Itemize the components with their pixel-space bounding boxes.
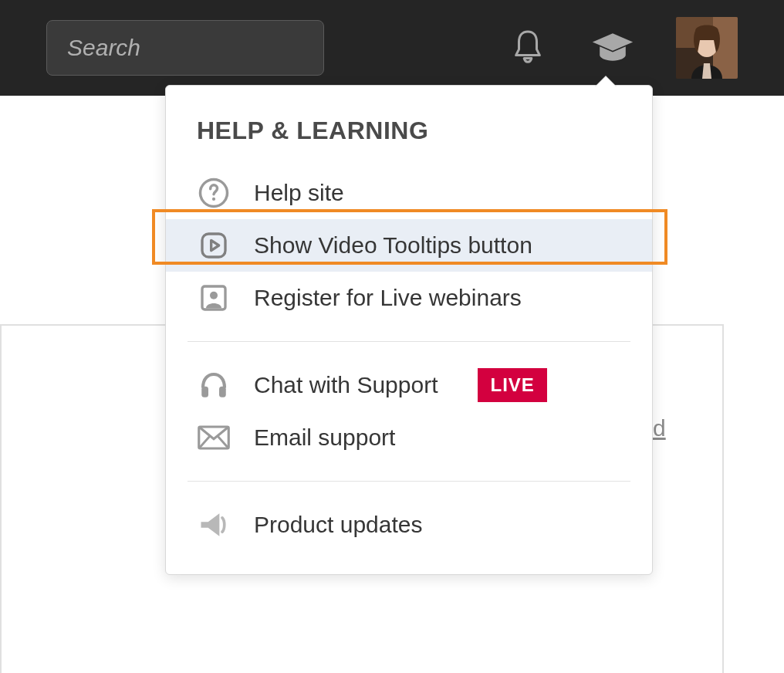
svg-rect-9 xyxy=(201,387,208,397)
menu-item-label: Email support xyxy=(254,424,395,451)
play-square-icon xyxy=(197,228,231,262)
help-learning-button[interactable] xyxy=(591,26,634,69)
megaphone-icon xyxy=(197,508,231,542)
menu-separator xyxy=(188,481,630,482)
notifications-button[interactable] xyxy=(506,26,549,69)
menu-item-label: Product updates xyxy=(254,512,422,538)
svg-point-8 xyxy=(210,292,218,299)
search-input[interactable] xyxy=(47,21,324,75)
search-box[interactable] xyxy=(46,20,324,76)
topbar-right xyxy=(506,17,738,79)
headphones-icon xyxy=(197,368,231,402)
person-frame-icon xyxy=(197,281,231,315)
menu-item-chat-support[interactable]: Chat with Support LIVE xyxy=(166,359,652,411)
avatar-image xyxy=(676,17,738,79)
menu-item-video-tooltips[interactable]: Show Video Tooltips button xyxy=(166,219,652,272)
menu-item-email-support[interactable]: Email support xyxy=(166,411,652,464)
svg-point-5 xyxy=(212,198,215,201)
help-learning-dropdown: HELP & LEARNING Help site Show Video Too… xyxy=(165,85,653,575)
dropdown-menu: Help site Show Video Tooltips button Reg… xyxy=(166,167,652,551)
background-partial-link[interactable]: d xyxy=(653,415,666,441)
svg-rect-6 xyxy=(202,234,225,257)
menu-item-help-site[interactable]: Help site xyxy=(166,167,652,219)
help-circle-icon xyxy=(197,176,231,210)
user-avatar[interactable] xyxy=(676,17,738,79)
menu-item-label: Register for Live webinars xyxy=(254,285,522,311)
bell-icon xyxy=(510,29,546,67)
menu-item-product-updates[interactable]: Product updates xyxy=(166,499,652,551)
menu-item-label: Show Video Tooltips button xyxy=(254,232,532,259)
live-badge: LIVE xyxy=(478,368,546,402)
content-area: d HELP & LEARNING Help site Show Video T… xyxy=(0,96,784,673)
dropdown-title: HELP & LEARNING xyxy=(166,117,652,167)
top-bar xyxy=(0,0,784,96)
svg-rect-10 xyxy=(219,387,226,397)
envelope-icon xyxy=(197,421,231,455)
graduation-cap-icon xyxy=(591,30,634,66)
menu-separator xyxy=(188,341,630,342)
menu-item-webinars[interactable]: Register for Live webinars xyxy=(166,272,652,324)
menu-item-label: Chat with Support xyxy=(254,372,438,398)
menu-item-label: Help site xyxy=(254,180,344,206)
